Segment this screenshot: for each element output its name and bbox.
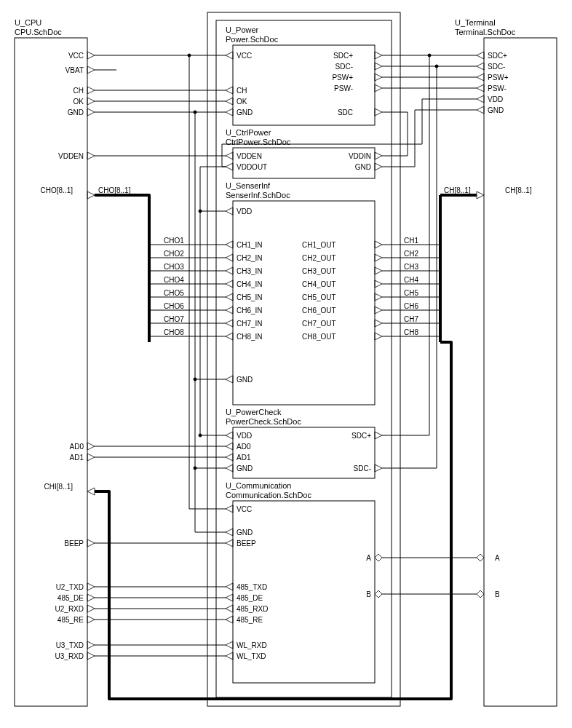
powercheck-pin-gnd: GND <box>237 464 253 472</box>
senserinf-file: SenserInf.SchDoc <box>226 191 290 199</box>
power-pin-vcc: VCC <box>237 52 252 60</box>
svg-text:CH5: CH5 <box>404 289 418 297</box>
svg-text:VBAT: VBAT <box>65 66 84 74</box>
powercheck-pin-sdcp: SDC+ <box>351 432 371 440</box>
power-pin-ch: CH <box>237 87 247 95</box>
powercheck-pin-ad1: AD1 <box>237 454 251 462</box>
svg-point-88 <box>194 378 196 381</box>
powercheck-pin-ad0: AD0 <box>237 443 251 451</box>
svg-text:CH4: CH4 <box>404 276 418 284</box>
svg-text:CHO5: CHO5 <box>164 289 184 297</box>
svg-text:CHO4: CHO4 <box>164 276 184 284</box>
svg-text:VCC: VCC <box>68 52 84 60</box>
svg-point-109 <box>428 54 431 57</box>
svg-text:CHO[8..1]: CHO[8..1] <box>41 186 74 194</box>
svg-text:SDC-: SDC- <box>488 63 505 71</box>
svg-text:A: A <box>495 554 500 562</box>
svg-text:CHO[8..1]: CHO[8..1] <box>98 186 131 194</box>
svg-text:GND: GND <box>68 108 84 116</box>
block-u-powercheck: U_PowerCheck PowerCheck.SchDoc VDD AD0 A… <box>226 408 382 478</box>
ctrlpower-pin-gnd: GND <box>355 163 371 171</box>
svg-text:GND: GND <box>488 106 504 114</box>
svg-text:CH1_OUT: CH1_OUT <box>302 241 336 249</box>
power-pin-sdcp: SDC+ <box>333 52 353 60</box>
svg-text:485_RE: 485_RE <box>57 616 84 624</box>
terminal-pins: SDC+ SDC- PSW+ PSW- VDD GND CH[8..1] CH[… <box>444 52 532 598</box>
power-file: Power.SchDoc <box>226 35 279 44</box>
svg-text:485_DE: 485_DE <box>57 594 84 602</box>
svg-text:CH6: CH6 <box>404 302 418 310</box>
power-pin-gnd: GND <box>237 108 253 116</box>
cho-net-labels: CHO1 CHO2 CHO3 CHO4 CHO5 CHO6 CHO7 CHO8 … <box>164 237 418 336</box>
svg-text:SDC+: SDC+ <box>488 52 507 60</box>
cpu-pins: VCC VBAT CH OK GND VDDEN CHO[8..1] CHO[8… <box>41 52 131 660</box>
svg-text:CH6_IN: CH6_IN <box>237 306 263 314</box>
comm-pin-b: B <box>366 590 371 598</box>
comm-pin-wlrxd: WL_RXD <box>237 641 267 649</box>
svg-text:CH1: CH1 <box>404 237 418 245</box>
svg-text:CH2_OUT: CH2_OUT <box>302 254 336 262</box>
block-u-senserinf: U_SenserInf SenserInf.SchDoc VDD CH1_IN … <box>226 181 382 405</box>
comm-pin-gnd: GND <box>237 529 253 537</box>
ctrlpower-title: U_CtrlPower <box>226 128 271 137</box>
powercheck-file: PowerCheck.SchDoc <box>226 417 301 426</box>
svg-text:CH8_IN: CH8_IN <box>237 333 263 341</box>
svg-text:CHO7: CHO7 <box>164 315 184 323</box>
svg-text:CHI[8..1]: CHI[8..1] <box>44 483 74 491</box>
svg-text:CH[8..1]: CH[8..1] <box>444 186 471 194</box>
svg-text:U3_RXD: U3_RXD <box>55 652 84 660</box>
svg-rect-7 <box>233 201 375 405</box>
senserinf-pin-vdd: VDD <box>237 207 252 215</box>
block-u-ctrlpower: U_CtrlPower CtrlPower.SchDoc VDDEN VDDOU… <box>226 128 382 178</box>
ctrlpower-pin-vddout: VDDOUT <box>237 163 267 171</box>
block-u-communication: U_Communication Communication.SchDoc VCC… <box>226 481 382 683</box>
ctrlpower-pin-vdden: VDDEN <box>237 152 262 160</box>
svg-text:CH: CH <box>74 87 84 95</box>
powercheck-title: U_PowerCheck <box>226 408 282 416</box>
comm-pin-485re: 485_RE <box>237 616 263 624</box>
svg-text:CHO8: CHO8 <box>164 328 184 336</box>
svg-rect-4 <box>484 38 557 706</box>
power-title: U_Power <box>226 25 259 34</box>
svg-text:CH[8..1]: CH[8..1] <box>505 186 532 194</box>
svg-point-112 <box>435 65 438 68</box>
svg-point-90 <box>194 467 196 470</box>
svg-text:CHO1: CHO1 <box>164 237 184 245</box>
svg-text:U2_RXD: U2_RXD <box>55 605 84 613</box>
svg-text:VDDEN: VDDEN <box>58 152 84 160</box>
comm-pin-vcc: VCC <box>237 505 252 513</box>
svg-text:U3_TXD: U3_TXD <box>56 641 84 649</box>
svg-text:AD0: AD0 <box>70 443 84 451</box>
ctrlpower-file: CtrlPower.SchDoc <box>226 138 291 146</box>
svg-text:CH8_OUT: CH8_OUT <box>302 333 336 341</box>
powercheck-pin-vdd: VDD <box>237 432 252 440</box>
senserinf-title: U_SenserInf <box>226 181 271 190</box>
svg-point-81 <box>199 434 202 437</box>
ctrlpower-pin-vddin: VDDIN <box>349 152 371 160</box>
power-pin-pswp: PSW+ <box>332 74 353 82</box>
comm-pin-a: A <box>366 554 371 562</box>
svg-text:CH5_IN: CH5_IN <box>237 293 263 301</box>
comm-file: Communication.SchDoc <box>226 491 311 499</box>
svg-text:CH3_IN: CH3_IN <box>237 267 263 275</box>
power-pin-sdc: SDC <box>338 108 353 116</box>
schematic-diagram: U_CPU CPU.SchDoc U_Terminal Terminal.Sch… <box>0 0 572 728</box>
block-u-power: U_Power Power.SchDoc VCC CH OK GND SDC+ … <box>226 25 382 125</box>
svg-text:CH6_OUT: CH6_OUT <box>302 306 336 314</box>
svg-text:CH3_OUT: CH3_OUT <box>302 267 336 275</box>
comm-pin-beep: BEEP <box>237 539 256 547</box>
svg-text:CH7_IN: CH7_IN <box>237 320 263 328</box>
svg-text:AD1: AD1 <box>70 454 84 462</box>
power-pin-ok: OK <box>237 98 247 106</box>
comm-title: U_Communication <box>226 481 291 490</box>
svg-text:CH8: CH8 <box>404 328 418 336</box>
svg-text:U2_TXD: U2_TXD <box>56 583 84 591</box>
comm-pin-485rxd: 485_RXD <box>237 605 268 613</box>
svg-text:CHO6: CHO6 <box>164 302 184 310</box>
comm-pin-485de: 485_DE <box>237 594 263 602</box>
svg-point-79 <box>199 210 202 213</box>
cpu-title: U_CPU <box>15 18 41 27</box>
power-pin-pswm: PSW- <box>334 84 353 92</box>
nets <box>95 54 477 656</box>
svg-text:VDD: VDD <box>488 95 503 103</box>
